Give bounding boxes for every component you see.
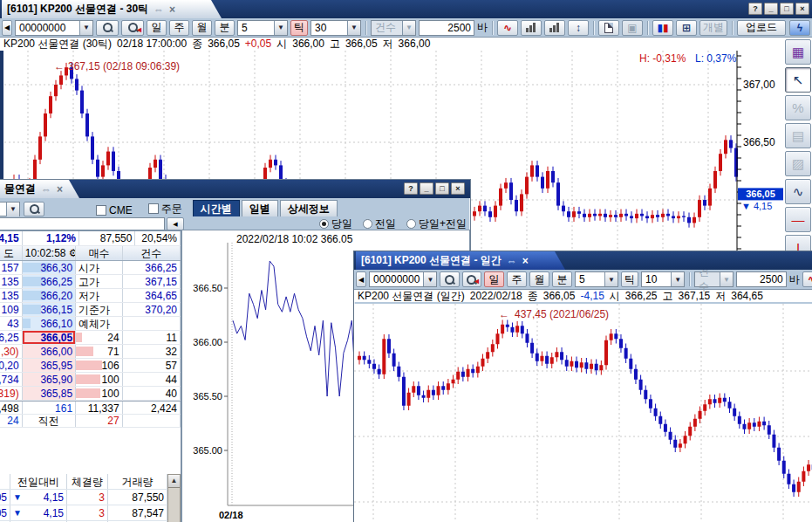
chevron-down-icon[interactable]: ▼ <box>671 272 684 286</box>
daily-title-tab[interactable]: [6101] KP200 선물연결 - 일간 ⇔ × <box>356 251 565 270</box>
mini-chart-button[interactable]: ▮▮ <box>652 20 673 36</box>
link-icon[interactable]: ⇔ <box>41 183 51 196</box>
tick-count-combo[interactable]: 30▼ <box>310 20 361 36</box>
scroll-up-button[interactable]: ▲ <box>168 475 180 488</box>
help-button[interactable]: ? <box>748 3 762 15</box>
close-button[interactable]: × <box>451 182 465 195</box>
period-button-2[interactable]: 월 <box>192 20 212 36</box>
chevron-down-icon[interactable]: ▼ <box>79 21 92 35</box>
buy-row[interactable]: ,734365,9010044 <box>0 373 181 387</box>
tick-count-combo[interactable]: 10▼ <box>641 271 685 287</box>
volume-button[interactable] <box>544 20 565 36</box>
link-icon[interactable]: ⇔ <box>154 3 164 16</box>
buy-row[interactable]: (319)365,8510040 <box>0 387 181 401</box>
chevron-down-icon[interactable]: ▼ <box>604 272 618 286</box>
period-button-3[interactable]: 분 <box>552 271 572 287</box>
tab-1[interactable]: 일별 <box>242 200 278 216</box>
sell-row[interactable]: 157366,30시가366,25 <box>0 261 181 275</box>
period-button-0[interactable]: 일 <box>147 20 167 36</box>
search-button[interactable] <box>96 20 119 36</box>
search-button[interactable] <box>440 271 459 287</box>
daily-candle-chart[interactable]: ←437,45 (2021/06/25) <box>354 304 812 522</box>
period-button-1[interactable]: 주 <box>169 20 189 36</box>
hourly-title-tab[interactable]: 물연결 ⇔ × <box>0 180 79 198</box>
change-value: +0,05 <box>245 38 271 50</box>
period-button-3[interactable]: 분 <box>215 20 235 36</box>
tick-button[interactable]: 틱 <box>290 20 308 36</box>
volume-icon <box>549 23 560 32</box>
search-button[interactable] <box>24 202 44 216</box>
scrollbar[interactable]: ▲ <box>167 474 181 522</box>
svg-text:02/18: 02/18 <box>219 510 243 520</box>
refresh-button[interactable]: ϟ <box>789 20 810 36</box>
nav-left-button[interactable]: ◀ <box>356 271 366 287</box>
minute-combo[interactable]: 5▼ <box>237 20 288 36</box>
maximize-button[interactable]: □ <box>780 3 794 15</box>
svg-text:365.50: 365.50 <box>193 391 222 402</box>
daily-candle-svg[interactable]: ←437,45 (2021/06/25) <box>354 304 812 522</box>
period-button-2[interactable]: 월 <box>529 271 549 287</box>
bar-count-input[interactable]: 2500 <box>736 271 787 287</box>
svg-text:▼ 4,15: ▼ 4,15 <box>741 201 772 211</box>
buy-row[interactable]: 0,20365,9510657 <box>0 359 181 373</box>
gear-icon[interactable]: ⚙ <box>69 247 76 259</box>
minute-combo[interactable]: 5▼ <box>575 271 618 287</box>
main-title-tab[interactable]: [6101] KP200 선물연결 - 30틱 ⇔ × <box>2 0 222 18</box>
code-combo[interactable]: 00000000 ▼ <box>15 20 93 36</box>
chevron-down-icon[interactable]: ▼ <box>274 21 287 35</box>
buy-row[interactable]: ,30)366,007132 <box>0 345 181 359</box>
open-label: 시 <box>276 38 287 50</box>
bar-count-input[interactable]: 2500 <box>419 20 474 36</box>
cme-checkbox[interactable]: CME <box>96 204 133 216</box>
period-button-group: 일주월분 <box>484 271 572 287</box>
sell-row[interactable]: 135366,20저가364,65 <box>0 289 181 303</box>
count-combo-disabled: 건수▼ <box>694 271 734 287</box>
search-red-button[interactable]: ◄ <box>462 271 481 287</box>
close-tab-icon[interactable]: × <box>57 183 63 196</box>
period-button-1[interactable]: 주 <box>507 271 527 287</box>
sort-button[interactable]: ↕ <box>568 20 589 36</box>
buy-row-current[interactable]: 6,25366,052411 <box>0 331 181 345</box>
trendline-button[interactable]: ∿ <box>802 271 812 287</box>
upload-button[interactable]: 업로드 <box>737 20 786 36</box>
period-button-0[interactable]: 일 <box>484 271 504 287</box>
edit-tool-icon[interactable]: ▤ <box>785 123 811 148</box>
code-combo-cut[interactable]: ▼ <box>0 202 20 216</box>
maximize-button[interactable]: □ <box>435 182 449 195</box>
main-window-title: [6101] KP200 선물연결 - 30틱 <box>7 2 148 17</box>
info-datetime: 02/18 17:00:00 <box>117 38 187 50</box>
tab-2[interactable]: 상세정보 <box>280 200 338 216</box>
chevron-down-icon[interactable]: ▼ <box>423 272 436 286</box>
minimize-button[interactable]: _ <box>764 3 778 15</box>
search-red-button[interactable]: ◄ <box>121 20 144 36</box>
draw-tool-icon[interactable]: ▨ <box>785 151 811 176</box>
new-doc-button[interactable] <box>598 20 619 36</box>
cursor-icon[interactable]: ↖ <box>785 67 811 93</box>
close-tab-icon[interactable]: × <box>169 3 175 16</box>
zigzag-tool-icon[interactable]: ∿ <box>785 179 811 204</box>
sell-row[interactable]: 43366,10예체가 <box>0 317 181 331</box>
trend-icon: ∿ <box>503 22 512 34</box>
filter-input[interactable] <box>0 217 165 230</box>
hline-tool-icon[interactable]: — <box>785 207 811 232</box>
link-icon[interactable]: ⇔ <box>507 255 517 267</box>
volume-red-button[interactable] <box>521 20 542 36</box>
tick-button[interactable]: 틱 <box>621 271 638 287</box>
order-checkbox[interactable]: 주문 <box>148 202 182 216</box>
percent-icon[interactable]: % <box>785 95 811 120</box>
nav-left-button[interactable]: ◀ <box>2 20 12 36</box>
minimize-button[interactable]: _ <box>420 182 433 195</box>
sell-row[interactable]: 109366,15기준가370,20 <box>0 303 181 317</box>
help-button[interactable]: ? <box>404 182 418 195</box>
chevron-down-icon[interactable]: ▼ <box>6 203 19 216</box>
code-combo[interactable]: 00000000 ▼ <box>369 271 437 287</box>
spinner-button[interactable]: ◀ <box>167 217 184 230</box>
close-button[interactable]: × <box>795 3 809 15</box>
pattern-icon[interactable]: ▦ <box>785 39 811 65</box>
grid-view-button[interactable]: ⊞ <box>676 20 697 36</box>
trendline-button[interactable]: ∿ <box>497 20 518 36</box>
chevron-down-icon[interactable]: ▼ <box>347 21 360 35</box>
sell-row[interactable]: 135366,25고가367,15 <box>0 275 181 289</box>
close-tab-icon[interactable]: × <box>522 255 529 267</box>
tab-0[interactable]: 시간별 <box>193 200 240 216</box>
